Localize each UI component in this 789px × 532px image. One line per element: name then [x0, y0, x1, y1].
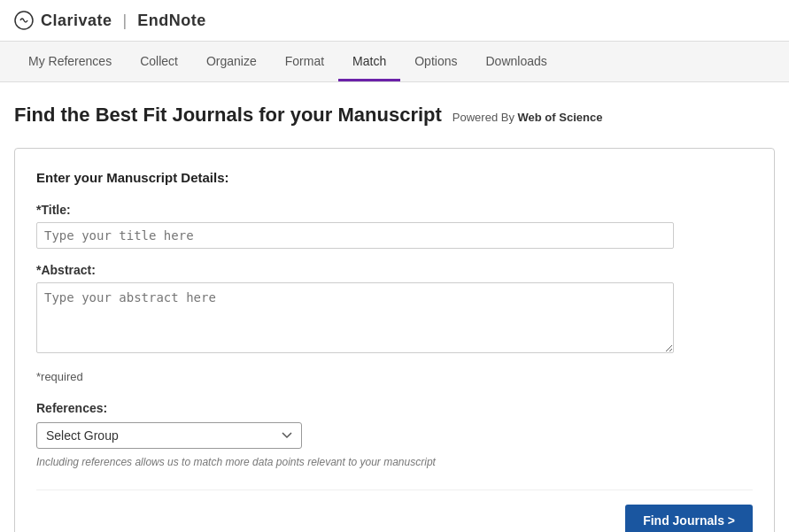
app-header: Clarivate | EndNote [0, 0, 789, 42]
abstract-form-group: *Abstract: [36, 263, 753, 356]
page-title: Find the Best Fit Journals for your Manu… [14, 104, 442, 127]
nav-my-references[interactable]: My References [14, 42, 126, 81]
page-title-container: Find the Best Fit Journals for your Manu… [14, 104, 775, 130]
nav-format[interactable]: Format [271, 42, 338, 81]
logo-separator: | [123, 12, 128, 30]
nav-options[interactable]: Options [400, 42, 471, 81]
find-journals-button[interactable]: Find Journals > [625, 505, 753, 532]
main-nav: My References Collect Organize Format Ma… [0, 42, 789, 82]
card-heading: Enter your Manuscript Details: [36, 170, 753, 185]
group-select[interactable]: Select Group [36, 422, 302, 449]
clarivate-logo-text: Clarivate [41, 12, 112, 30]
references-hint: Including references allows us to match … [36, 456, 753, 468]
powered-by: Powered By Web of Science [453, 111, 603, 124]
nav-collect[interactable]: Collect [126, 42, 192, 81]
nav-match[interactable]: Match [338, 42, 400, 81]
card-footer: Find Journals > [36, 490, 753, 532]
references-label: References: [36, 401, 753, 415]
title-form-group: *Title: [36, 203, 753, 249]
nav-organize[interactable]: Organize [192, 42, 271, 81]
manuscript-card: Enter your Manuscript Details: *Title: *… [14, 148, 775, 532]
clarivate-icon [14, 11, 34, 30]
title-input[interactable] [36, 222, 674, 249]
powered-by-prefix: Powered By [453, 111, 514, 124]
nav-downloads[interactable]: Downloads [471, 42, 561, 81]
product-name: EndNote [137, 12, 206, 30]
abstract-textarea[interactable] [36, 282, 674, 353]
abstract-label: *Abstract: [36, 263, 753, 277]
logo-area: Clarivate | EndNote [14, 11, 206, 30]
powered-by-brand: Web of Science [518, 111, 603, 124]
references-section: References: Select Group Including refer… [36, 401, 753, 468]
required-note: *required [36, 370, 753, 383]
main-content: Find the Best Fit Journals for your Manu… [0, 82, 789, 532]
title-label: *Title: [36, 203, 753, 217]
